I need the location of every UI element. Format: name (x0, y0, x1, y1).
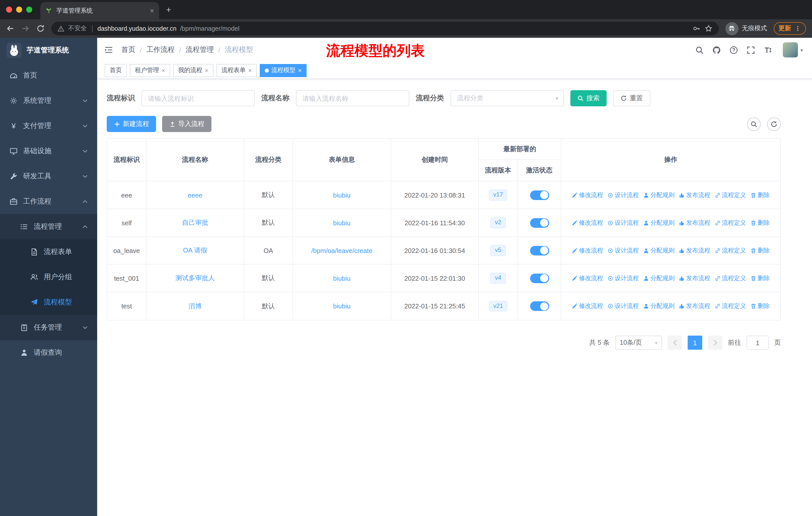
process-definition-link[interactable]: 流程定义 (715, 246, 746, 255)
toggle-search-button[interactable] (747, 117, 761, 131)
design-process-link[interactable]: 设计流程 (608, 302, 639, 310)
design-process-link[interactable]: 设计流程 (608, 218, 639, 227)
process-name-link[interactable]: 滔博 (188, 302, 202, 311)
modify-process-link[interactable]: 修改流程 (572, 246, 603, 255)
process-name-input[interactable] (296, 90, 409, 106)
user-avatar-menu[interactable]: ▾ (783, 42, 803, 57)
breadcrumb-process-management[interactable]: 流程管理 (186, 45, 214, 54)
sidebar-item-task-management[interactable]: 任务管理 (0, 315, 97, 340)
sidebar-item-payment-management[interactable]: ¥ 支付管理 (0, 113, 97, 139)
assign-rule-link[interactable]: 分配规则 (643, 246, 674, 255)
delete-link[interactable]: 删除 (751, 302, 770, 310)
delete-link[interactable]: 删除 (751, 246, 770, 255)
form-info-link[interactable]: biubiu (333, 302, 350, 310)
version-badge[interactable]: v5 (490, 245, 506, 256)
import-process-button[interactable]: 导入流程 (162, 116, 211, 132)
not-secure-warning-icon[interactable] (57, 25, 64, 32)
tag-close-icon[interactable]: × (162, 67, 165, 74)
password-key-icon[interactable] (692, 24, 700, 33)
active-toggle[interactable] (530, 190, 549, 200)
form-info-link[interactable]: biubiu (333, 274, 350, 282)
sidebar-item-process-management[interactable]: 流程管理 (0, 214, 97, 239)
font-size-icon[interactable] (764, 46, 772, 54)
publish-process-link[interactable]: 发布流程 (679, 274, 710, 282)
browser-update-button[interactable]: 更新 ⋮ (774, 22, 806, 35)
active-toggle[interactable] (530, 218, 549, 227)
sidebar-item-dev-tools[interactable]: 研发工具 (0, 164, 97, 189)
fullscreen-icon[interactable] (747, 46, 755, 54)
modify-process-link[interactable]: 修改流程 (572, 191, 603, 199)
page-size-select[interactable]: 10条/页 ▾ (615, 335, 662, 350)
reload-icon[interactable] (36, 24, 45, 33)
version-badge[interactable]: v4 (490, 273, 506, 283)
assign-rule-link[interactable]: 分配规则 (643, 302, 674, 310)
version-badge[interactable]: v2 (490, 217, 506, 228)
tag-home[interactable]: 首页 (105, 64, 127, 77)
new-tab-button[interactable]: + (166, 5, 171, 15)
process-name-link[interactable]: 测试多审批人 (175, 274, 215, 283)
prev-page-button[interactable] (668, 335, 682, 350)
active-toggle[interactable] (530, 301, 549, 311)
process-definition-link[interactable]: 流程定义 (715, 218, 746, 227)
sidebar-collapse-icon[interactable] (104, 46, 113, 54)
search-button[interactable]: 搜索 (570, 90, 607, 106)
publish-process-link[interactable]: 发布流程 (679, 218, 710, 227)
bookmark-star-icon[interactable] (704, 24, 713, 33)
breadcrumb-workflow[interactable]: 工作流程 (146, 45, 175, 54)
active-toggle[interactable] (530, 246, 549, 255)
browser-tab[interactable]: 芋道管理系统 × (40, 2, 159, 19)
active-toggle[interactable] (530, 273, 549, 283)
tag-process-model[interactable]: 流程模型 × (260, 64, 307, 77)
minimize-window-button[interactable] (16, 6, 22, 12)
delete-link[interactable]: 删除 (751, 274, 770, 282)
tag-close-icon[interactable]: × (248, 67, 252, 74)
close-window-button[interactable] (6, 6, 12, 12)
tag-close-icon[interactable]: × (205, 67, 208, 74)
github-icon[interactable] (712, 46, 721, 54)
assign-rule-link[interactable]: 分配规则 (643, 274, 674, 282)
current-page-button[interactable]: 1 (688, 335, 702, 350)
process-name-link[interactable]: eeee (188, 191, 202, 199)
publish-process-link[interactable]: 发布流程 (679, 246, 710, 255)
tag-my-process[interactable]: 我的流程 × (173, 64, 213, 77)
security-label[interactable]: 不安全 (68, 24, 87, 33)
breadcrumb-home[interactable]: 首页 (121, 45, 136, 54)
next-page-button[interactable] (708, 335, 722, 350)
tag-process-form[interactable]: 流程表单 × (216, 64, 257, 77)
sidebar-item-infrastructure[interactable]: 基础设施 (0, 139, 97, 164)
delete-link[interactable]: 删除 (751, 218, 770, 227)
tag-close-icon[interactable]: × (298, 67, 301, 74)
delete-link[interactable]: 删除 (751, 191, 770, 199)
design-process-link[interactable]: 设计流程 (608, 191, 639, 199)
tag-tenant-management[interactable]: 租户管理 × (130, 64, 170, 77)
forward-icon[interactable] (21, 24, 30, 33)
process-id-input[interactable] (141, 90, 255, 106)
publish-process-link[interactable]: 发布流程 (679, 302, 710, 310)
search-icon[interactable] (695, 46, 704, 54)
process-category-select[interactable]: 流程分类 ▾ (451, 90, 564, 106)
sidebar-item-workflow[interactable]: 工作流程 (0, 189, 97, 214)
sidebar-item-system-management[interactable]: 系统管理 (0, 88, 97, 113)
version-badge[interactable]: v21 (489, 301, 508, 311)
process-name-link[interactable]: OA 请假 (183, 246, 207, 255)
goto-page-input[interactable] (747, 335, 769, 350)
form-info-link[interactable]: biubiu (333, 219, 350, 226)
process-definition-link[interactable]: 流程定义 (715, 302, 746, 310)
sidebar-item-process-form[interactable]: 流程表单 (0, 239, 97, 265)
help-icon[interactable] (729, 46, 738, 54)
browser-menu-icon[interactable]: ⋮ (794, 25, 801, 32)
sidebar-item-home[interactable]: 首页 (0, 63, 97, 88)
design-process-link[interactable]: 设计流程 (608, 246, 639, 255)
zoom-window-button[interactable] (26, 6, 32, 12)
process-name-link[interactable]: 自己审批 (182, 218, 208, 227)
address-bar[interactable]: 不安全 dashboard.yudao.iocoder.cn /bpm/mana… (51, 22, 719, 35)
modify-process-link[interactable]: 修改流程 (572, 274, 603, 282)
assign-rule-link[interactable]: 分配规则 (643, 218, 674, 227)
sidebar-item-process-model[interactable]: 流程模型 (0, 290, 97, 315)
back-icon[interactable] (6, 24, 14, 33)
sidebar-item-leave-query[interactable]: 请假查询 (0, 340, 97, 365)
form-info-link[interactable]: /bpm/oa/leave/create (311, 247, 373, 254)
design-process-link[interactable]: 设计流程 (608, 274, 639, 282)
reset-button[interactable]: 重置 (613, 90, 650, 106)
publish-process-link[interactable]: 发布流程 (679, 191, 710, 199)
